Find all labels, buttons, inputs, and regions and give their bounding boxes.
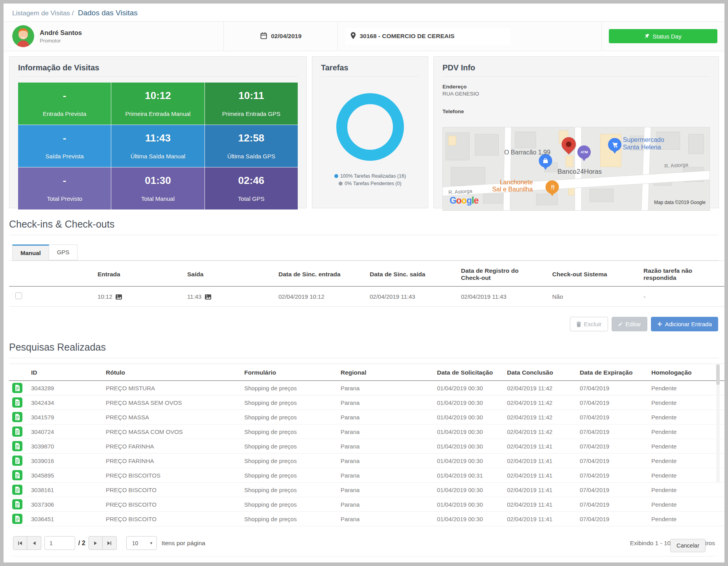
- table-row[interactable]: 3045895 PREÇO BISCOITOS Shopping de preç…: [9, 468, 726, 483]
- breadcrumb: Listagem de Visitas / Dados das Visitas: [4, 4, 724, 21]
- tile-label: Primeira Entrada Manual: [111, 110, 204, 117]
- pdv-title: PDV Info: [442, 63, 710, 77]
- survey-doc-icon: [12, 485, 22, 495]
- page-size-select[interactable]: 10 ▼: [126, 536, 157, 550]
- survey-conclusao: 02/04/2019 11:42: [504, 381, 577, 395]
- survey-conclusao: 02/04/2019 11:42: [504, 395, 577, 410]
- survey-regional: Parana: [337, 483, 434, 497]
- survey-conclusao: 02/04/2019 11:42: [504, 424, 577, 439]
- col-formulario[interactable]: Formulário: [241, 364, 337, 381]
- pagination-bar: / 2 10 ▼ Itens por página Exibindo 1 - 1…: [13, 536, 715, 557]
- survey-regional: Parana: [337, 468, 434, 483]
- tile-value: 01:30: [111, 175, 204, 187]
- adicionar-entrada-button[interactable]: Adicionar Entrada: [651, 317, 718, 331]
- map-label-barracao: O Barracão 1,99: [504, 149, 550, 156]
- table-row[interactable]: 3038161 PREÇO BISCOITO Shopping de preço…: [9, 483, 726, 497]
- pdv-panel: PDV Info Endereço RUA GENESIO Telefone: [433, 56, 719, 208]
- atm-pin-icon: ATM: [577, 145, 591, 159]
- col-expiracao[interactable]: Data de Expiração: [577, 364, 648, 381]
- survey-id: 3038161: [28, 483, 103, 497]
- survey-solicitacao: 01/04/2019 00:30: [434, 483, 504, 497]
- tab-gps[interactable]: GPS: [49, 244, 78, 260]
- survey-regional: Parana: [337, 424, 434, 439]
- table-scrollbar[interactable]: [716, 364, 720, 482]
- address-value: RUA GENESIO: [442, 91, 710, 97]
- cancelar-button[interactable]: Cancelar: [670, 539, 706, 552]
- survey-rotulo: PREÇO MASSA COM OVOS: [103, 424, 241, 439]
- icon-column-header: [9, 364, 28, 381]
- table-row[interactable]: 3037306 PREÇO BISCOITO Shopping de preço…: [9, 497, 726, 512]
- row-checkbox[interactable]: [15, 292, 22, 299]
- table-row[interactable]: 3042434 PREÇO MASSA SEM OVOS Shopping de…: [9, 395, 726, 410]
- survey-homologacao: Pendente: [648, 468, 726, 483]
- tile-label: Total Previsto: [18, 195, 111, 202]
- table-row[interactable]: 3041579 PREÇO MASSA Shopping de preços P…: [9, 410, 726, 424]
- legend-item-pendentes: 0% Tarefas Pendentes (0): [321, 180, 419, 187]
- col-conclusao[interactable]: Data Conclusão: [504, 364, 577, 381]
- survey-homologacao: Pendente: [648, 512, 726, 526]
- breadcrumb-parent-link[interactable]: Listagem de Visitas /: [12, 9, 74, 17]
- col-saida[interactable]: Saída: [183, 261, 275, 287]
- pushpin-icon: [645, 33, 650, 40]
- editar-button[interactable]: Editar: [612, 317, 647, 331]
- col-razao[interactable]: Razão tarefa não respondida: [640, 261, 726, 287]
- tile-label: Primeira Entrada GPS: [205, 110, 298, 117]
- tile-label: Última Saída Manual: [111, 153, 204, 160]
- checkin-razao: -: [640, 287, 726, 307]
- tab-manual[interactable]: Manual: [12, 244, 49, 260]
- table-row[interactable]: 3039870 PREÇO FARINHA Shopping de preços…: [9, 439, 726, 454]
- col-rotulo[interactable]: Rótulo: [103, 364, 241, 381]
- col-checkout-sistema[interactable]: Check-out Sistema: [548, 261, 640, 287]
- survey-rotulo: PREÇO BISCOITO: [103, 483, 241, 497]
- col-id[interactable]: ID: [28, 364, 103, 381]
- survey-expiracao: 07/04/2019: [577, 454, 648, 468]
- google-map[interactable]: ATM O Barracão 1,99 SupermercadoSanta He…: [442, 127, 710, 211]
- chevron-down-icon: ▼: [149, 541, 153, 545]
- checkin-registro: 02/04/2019 11:43: [457, 287, 548, 307]
- survey-solicitacao: 01/04/2019 00:30: [434, 395, 504, 410]
- visit-info-tile: 11:43 Última Saída Manual: [111, 125, 204, 167]
- col-regional[interactable]: Regional: [337, 364, 434, 381]
- restaurant-pin-icon: [546, 180, 559, 194]
- tile-value: 11:43: [111, 132, 204, 144]
- col-sinc-saida[interactable]: Data de Sinc. saída: [366, 261, 457, 287]
- visit-date-field[interactable]: 02/04/2019: [224, 22, 338, 51]
- page-input[interactable]: [44, 536, 75, 550]
- checkin-row[interactable]: 10:12 11:43 02/04/2019 10:12 02/04/2019 …: [9, 287, 726, 307]
- col-entrada[interactable]: Entrada: [94, 261, 183, 287]
- table-row[interactable]: 3036451 PREÇO BISCOITO Shopping de preço…: [9, 512, 726, 526]
- first-page-button[interactable]: [13, 536, 27, 550]
- trash-icon: [576, 322, 581, 327]
- col-sinc-entrada[interactable]: Data de Sinc. entrada: [275, 261, 366, 287]
- survey-doc-icon: [12, 499, 22, 509]
- col-homologacao[interactable]: Homologação: [648, 364, 726, 381]
- next-page-button[interactable]: [88, 536, 103, 550]
- tasks-donut: [336, 93, 404, 161]
- survey-rotulo: PREÇO MASSA SEM OVOS: [103, 395, 241, 410]
- col-solicitacao[interactable]: Data de Solicitação: [434, 364, 504, 381]
- survey-expiracao: 07/04/2019: [577, 512, 648, 526]
- survey-homologacao: Pendente: [648, 410, 726, 424]
- map-pin-icon: [350, 32, 356, 41]
- visit-info-title: Informação de Visitas: [18, 63, 298, 77]
- table-row[interactable]: 3043289 PREÇO MISTURA Shopping de preços…: [9, 381, 726, 395]
- survey-expiracao: 07/04/2019: [577, 381, 648, 395]
- items-per-page-label: Itens por página: [162, 540, 205, 547]
- survey-rotulo: PREÇO FARINHA: [103, 439, 241, 454]
- visit-info-tile: - Saída Prevista: [18, 125, 111, 167]
- location-field[interactable]: 30168 - COMERCIO DE CEREAIS: [345, 28, 510, 45]
- tile-value: 12:58: [205, 132, 298, 144]
- surveys-table: ID Rótulo Formulário Regional Data de So…: [9, 364, 726, 526]
- excluir-button[interactable]: Excluir: [570, 317, 608, 331]
- last-page-button[interactable]: [103, 536, 117, 550]
- status-day-button[interactable]: Status Day: [609, 29, 717, 43]
- surveys-tbody: 3043289 PREÇO MISTURA Shopping de preços…: [9, 381, 726, 526]
- table-row[interactable]: 3040724 PREÇO MASSA COM OVOS Shopping de…: [9, 424, 726, 439]
- col-registro-checkout[interactable]: Data de Registro do Check-out: [457, 261, 548, 287]
- tile-value: -: [18, 90, 111, 102]
- survey-doc-icon: [12, 456, 22, 466]
- photo-icon: [205, 294, 211, 300]
- prev-page-button[interactable]: [27, 536, 41, 550]
- google-logo[interactable]: Google: [450, 195, 478, 206]
- table-row[interactable]: 3039016 PREÇO FARINHA Shopping de preços…: [9, 454, 726, 468]
